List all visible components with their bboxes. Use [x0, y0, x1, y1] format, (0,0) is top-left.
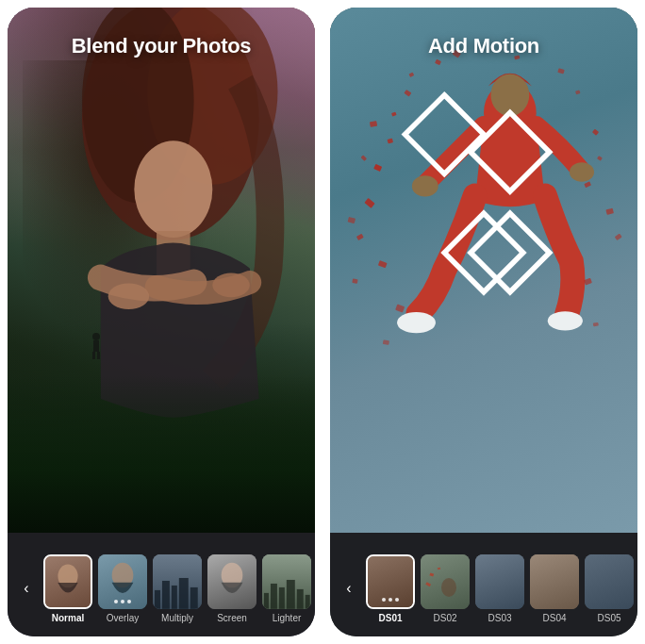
filter-lighter[interactable]: Lighter — [262, 554, 311, 623]
svg-rect-8 — [93, 340, 99, 352]
dot — [395, 598, 399, 602]
svg-rect-53 — [557, 68, 564, 74]
thumb-face-svg — [50, 561, 86, 607]
filter-ds02-thumb — [421, 554, 470, 609]
thumb-dots — [114, 600, 131, 603]
svg-rect-35 — [378, 260, 388, 268]
filter-lighter-label: Lighter — [273, 613, 302, 623]
filter-multiply[interactable]: Multiply — [153, 554, 202, 623]
dot — [127, 600, 131, 603]
svg-rect-21 — [279, 587, 285, 609]
filter-normal-label: Normal — [52, 613, 84, 623]
filter-ds04-thumb — [530, 554, 579, 609]
blend-photo — [8, 8, 315, 533]
filter-screen-label: Screen — [217, 613, 247, 623]
filter-ds05-thumb — [585, 554, 634, 609]
svg-point-3 — [134, 140, 212, 238]
filter-ds01-thumb — [366, 554, 415, 609]
thumb-dots — [382, 598, 399, 602]
svg-rect-51 — [435, 59, 441, 66]
blend-filter-strip: ‹ Normal — [8, 533, 315, 636]
svg-rect-54 — [575, 90, 581, 94]
motion-title: Add Motion — [330, 34, 637, 58]
filter-multiply-thumb — [153, 554, 202, 609]
svg-rect-32 — [387, 139, 393, 144]
thumb-fill — [585, 554, 634, 609]
svg-rect-45 — [592, 129, 599, 136]
dancer-figure — [330, 8, 637, 533]
filter-overlay-thumb — [98, 554, 147, 609]
svg-rect-50 — [593, 322, 599, 327]
svg-rect-17 — [190, 587, 198, 609]
filter-ds01-label: DS01 — [378, 613, 402, 623]
motion-back-button[interactable]: ‹ — [338, 577, 360, 600]
svg-rect-38 — [404, 90, 411, 97]
filter-ds03-label: DS03 — [488, 613, 511, 623]
svg-rect-43 — [597, 156, 603, 161]
svg-rect-36 — [352, 278, 357, 284]
filter-normal[interactable]: Normal — [43, 554, 92, 623]
svg-rect-40 — [361, 155, 368, 161]
filter-ds01[interactable]: DS01 — [366, 554, 415, 623]
filter-ds02-label: DS02 — [433, 613, 456, 623]
svg-rect-14 — [162, 581, 170, 609]
svg-rect-22 — [287, 580, 295, 609]
svg-point-64 — [441, 578, 456, 597]
filter-screen-thumb — [207, 554, 256, 609]
motion-main-image: Add Motion — [330, 8, 637, 533]
svg-rect-24 — [306, 595, 310, 609]
blend-back-button[interactable]: ‹ — [15, 577, 38, 600]
dot — [382, 598, 386, 602]
thumb-fill — [530, 554, 579, 609]
svg-rect-33 — [364, 198, 374, 208]
svg-marker-60 — [471, 213, 550, 292]
forest-bottom — [8, 375, 315, 533]
dot — [389, 598, 392, 602]
svg-point-5 — [108, 283, 149, 309]
blend-title: Blend your Photos — [8, 34, 315, 58]
filter-lighter-thumb — [262, 554, 311, 609]
svg-rect-16 — [179, 578, 189, 609]
filter-normal-thumb — [43, 554, 92, 609]
svg-rect-20 — [271, 584, 277, 609]
svg-rect-49 — [383, 339, 389, 345]
svg-rect-44 — [605, 208, 614, 215]
filter-ds04[interactable]: DS04 — [530, 554, 579, 623]
motion-filter-strip: ‹ DS01 — [330, 533, 637, 636]
dot — [121, 600, 124, 603]
svg-rect-23 — [297, 589, 304, 609]
svg-point-6 — [212, 273, 250, 298]
svg-point-28 — [548, 311, 583, 330]
svg-rect-19 — [264, 593, 269, 609]
motion-photo: Add Motion — [330, 8, 637, 533]
svg-rect-63 — [425, 582, 431, 586]
motion-thumbnails: ‹ DS01 — [330, 533, 637, 636]
svg-rect-52 — [408, 72, 414, 77]
svg-rect-61 — [429, 572, 434, 576]
svg-rect-42 — [584, 181, 591, 188]
blend-card: Blend your Photos ‹ Normal — [8, 8, 315, 636]
filter-ds05[interactable]: DS05 — [585, 554, 634, 623]
svg-rect-46 — [615, 234, 622, 241]
filter-screen[interactable]: Screen — [207, 554, 256, 623]
filter-ds02[interactable]: DS02 — [421, 554, 470, 623]
svg-rect-13 — [155, 590, 160, 609]
svg-point-29 — [412, 175, 438, 196]
svg-rect-31 — [373, 164, 382, 172]
svg-rect-34 — [356, 234, 364, 240]
svg-rect-62 — [438, 567, 440, 569]
filter-ds04-label: DS04 — [542, 613, 566, 623]
svg-rect-47 — [395, 305, 405, 313]
city-svg-2 — [262, 576, 311, 609]
filter-ds03[interactable]: DS03 — [475, 554, 524, 623]
filter-ds03-thumb — [475, 554, 524, 609]
filter-ds05-label: DS05 — [597, 613, 620, 623]
svg-rect-10 — [97, 352, 100, 359]
motion-card: Add Motion ‹ DS01 — [330, 8, 637, 636]
blend-thumbnails: ‹ Normal — [8, 533, 315, 636]
filter-overlay[interactable]: Overlay — [98, 554, 147, 623]
ds-svg — [421, 554, 470, 609]
blend-main-image: Blend your Photos — [8, 8, 315, 533]
dot — [114, 600, 118, 603]
svg-point-27 — [397, 312, 436, 333]
